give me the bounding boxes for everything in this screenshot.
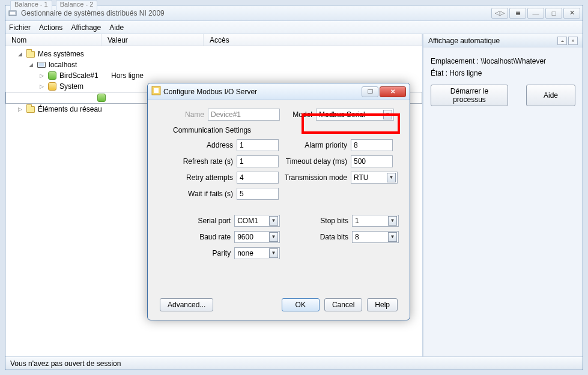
list-button[interactable]: ≣	[509, 8, 526, 19]
side-location: Emplacement : \\localhost\Whatever	[431, 57, 575, 65]
folder-icon	[26, 49, 35, 59]
chevron-down-icon: ▼	[269, 232, 278, 242]
modbus-config-dialog: Configure Modbus I/O Server ❐ ✕ Name	[147, 83, 410, 320]
refresh-rate-input[interactable]	[237, 155, 279, 167]
status-bar: Vous n'avez pas ouvert de session	[5, 356, 583, 370]
dialog-close-button[interactable]: ✕	[380, 86, 406, 97]
start-process-button[interactable]: Démarrer le processus	[431, 85, 508, 106]
side-panel-title: Affichage automatique	[428, 37, 500, 45]
model-select[interactable]: Modbus Serial ▼	[316, 109, 394, 121]
column-valeur[interactable]: Valeur	[102, 34, 204, 46]
host-icon	[37, 60, 46, 70]
dialog-context-button[interactable]: ❐	[362, 86, 378, 97]
folder-icon	[26, 104, 35, 114]
address-input[interactable]	[237, 139, 279, 151]
side-panel: Affichage automatique ⫠ × Emplacement : …	[423, 34, 583, 356]
chevron-down-icon: ▼	[269, 248, 278, 258]
chevron-down-icon: ▼	[387, 173, 396, 182]
timeout-delay-input[interactable]	[351, 155, 393, 167]
tree-root-mes-systemes[interactable]: ◢ Mes systèmes	[5, 49, 422, 59]
stop-bits-select[interactable]: 1▼	[352, 215, 399, 227]
nav-back-forward-button[interactable]: ◁▷	[491, 8, 508, 19]
menu-bar: Fichier Actions Affichage Aide	[5, 21, 583, 34]
expand-icon[interactable]: ▷	[38, 73, 45, 79]
baud-rate-select[interactable]: 9600▼	[234, 231, 280, 243]
maximize-button[interactable]: □	[545, 8, 562, 19]
parity-select[interactable]: none▼	[234, 247, 280, 259]
side-state: État : Hors ligne	[431, 69, 575, 77]
dialog-titlebar: Configure Modbus I/O Server ❐ ✕	[148, 83, 410, 100]
serial-port-select[interactable]: COM1▼	[234, 215, 280, 227]
status-text: Vous n'avez pas ouvert de session	[10, 359, 121, 368]
device-icon	[97, 93, 106, 103]
column-nom[interactable]: Nom	[5, 34, 102, 46]
dialog-icon	[151, 86, 161, 97]
window-controls: ◁▷ ≣ — □ ✕	[490, 8, 580, 19]
chevron-down-icon: ▼	[388, 216, 397, 226]
close-button[interactable]: ✕	[563, 8, 580, 19]
data-bits-select[interactable]: 8▼	[352, 231, 399, 243]
dialog-footer: Advanced... OK Cancel Help	[148, 290, 410, 320]
tab-fragment: Balance - 2	[56, 0, 98, 10]
alarm-priority-input[interactable]	[351, 139, 393, 151]
minimize-button[interactable]: —	[527, 8, 544, 19]
background-tabs: Balance - 1 Balance - 2	[10, 5, 97, 11]
chevron-down-icon: ▼	[269, 216, 278, 226]
column-acces[interactable]: Accès	[204, 34, 422, 46]
expand-icon[interactable]: ▷	[16, 106, 23, 112]
menu-actions[interactable]: Actions	[39, 23, 62, 32]
side-pin-button[interactable]: ⫠	[557, 37, 567, 45]
expand-icon[interactable]: ▷	[38, 83, 45, 89]
menu-fichier[interactable]: Fichier	[9, 23, 31, 32]
help-button[interactable]: Aide	[526, 85, 575, 106]
side-close-button[interactable]: ×	[568, 37, 578, 45]
app-window: Balance - 1 Balance - 2 Gestionnaire de …	[5, 5, 583, 370]
menu-aide[interactable]: Aide	[109, 23, 124, 32]
side-panel-titlebar: Affichage automatique ⫠ ×	[423, 34, 583, 47]
transmission-mode-select[interactable]: RTU ▼	[351, 172, 398, 184]
list-header: Nom Valeur Accès	[5, 34, 422, 46]
wait-if-fails-input[interactable]	[237, 188, 279, 200]
expand-icon[interactable]: ◢	[16, 51, 23, 57]
retry-attempts-input[interactable]	[237, 172, 279, 184]
tree-host-localhost[interactable]: ◢ localhost	[5, 59, 422, 70]
ok-button[interactable]: OK	[282, 298, 320, 311]
device-icon	[47, 82, 57, 91]
model-label: Model	[280, 110, 316, 119]
chevron-down-icon: ▼	[383, 110, 392, 119]
chevron-down-icon: ▼	[388, 232, 397, 242]
menu-affichage[interactable]: Affichage	[71, 23, 101, 32]
advanced-button[interactable]: Advanced...	[160, 298, 213, 311]
name-label: Name	[160, 110, 208, 119]
device-icon	[47, 71, 57, 80]
tree-item-birdscale[interactable]: ▷ BirdScale#1 Hors ligne	[5, 70, 422, 81]
svg-rect-3	[154, 88, 159, 93]
dialog-help-button[interactable]: Help	[367, 298, 398, 311]
name-input[interactable]	[208, 109, 280, 121]
cancel-button[interactable]: Cancel	[324, 298, 362, 311]
comm-settings-label: Communication Settings	[173, 126, 398, 134]
tab-fragment: Balance - 1	[10, 0, 52, 10]
dialog-title: Configure Modbus I/O Server	[163, 88, 362, 96]
expand-icon[interactable]: ◢	[27, 62, 34, 68]
svg-rect-1	[10, 12, 15, 14]
